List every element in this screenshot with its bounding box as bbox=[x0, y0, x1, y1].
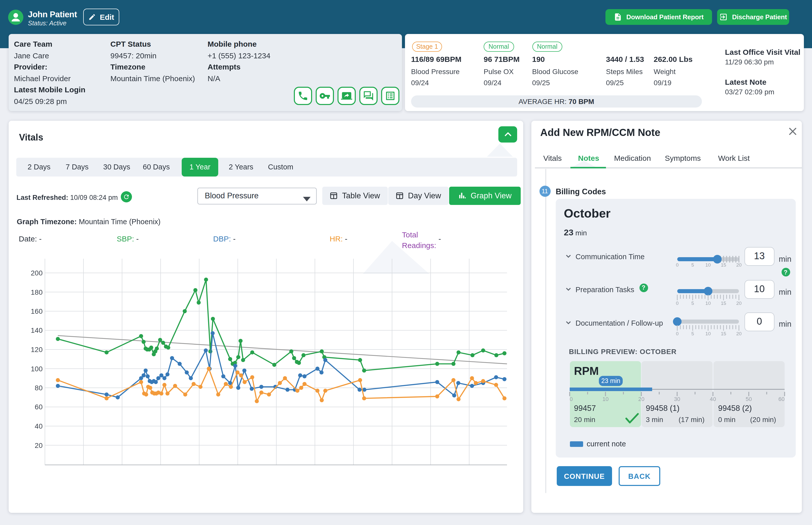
svg-text:0: 0 bbox=[570, 396, 573, 402]
svg-text:40: 40 bbox=[710, 396, 716, 402]
svg-text:50: 50 bbox=[746, 396, 752, 402]
svg-text:20: 20 bbox=[638, 396, 644, 402]
svg-text:10: 10 bbox=[602, 396, 608, 402]
svg-text:30: 30 bbox=[674, 396, 680, 402]
svg-text:60: 60 bbox=[779, 396, 785, 402]
